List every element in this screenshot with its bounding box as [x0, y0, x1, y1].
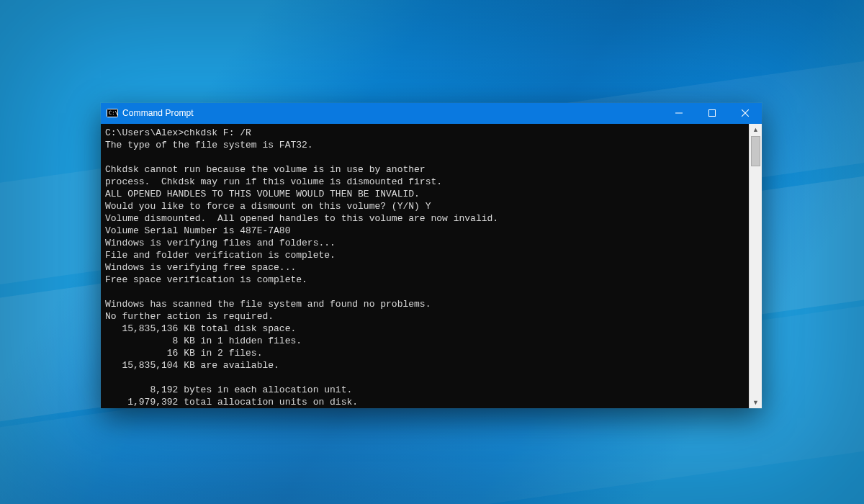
terminal-line: Volume dismounted. All opened handles to…: [105, 212, 744, 225]
close-icon: [742, 109, 749, 117]
terminal-line: File and folder verification is complete…: [105, 249, 744, 261]
svg-text:C:\: C:\: [109, 110, 118, 116]
window-client-area: C:\Users\Alex>chkdsk F: /RThe type of th…: [101, 124, 762, 408]
terminal-line: [105, 286, 744, 298]
command-prompt-window: C:\ Command Prompt: [101, 103, 762, 408]
terminal-line: C:\Users\Alex>chkdsk F: /R: [105, 127, 744, 139]
scrollbar-track[interactable]: [750, 136, 762, 396]
terminal-line: 1,979,392 total allocation units on disk…: [105, 396, 744, 408]
scrollbar-thumb[interactable]: [751, 136, 760, 166]
terminal-line: Chkdsk cannot run because the volume is …: [105, 163, 744, 176]
terminal-line: Would you like to force a dismount on th…: [105, 200, 744, 212]
terminal-line: process. Chkdsk may run if this volume i…: [105, 176, 744, 188]
command-prompt-icon: C:\: [107, 107, 118, 119]
terminal-line: The type of the file system is FAT32.: [105, 139, 744, 151]
terminal-line: Windows is verifying free space...: [105, 261, 744, 274]
terminal-line: 15,835,136 KB total disk space.: [105, 323, 744, 335]
close-button[interactable]: [729, 103, 762, 124]
terminal-line: Windows is verifying files and folders..…: [105, 237, 744, 249]
terminal-output[interactable]: C:\Users\Alex>chkdsk F: /RThe type of th…: [101, 124, 749, 408]
terminal-line: ALL OPENED HANDLES TO THIS VOLUME WOULD …: [105, 188, 744, 200]
terminal-line: Volume Serial Number is 487E-7A80: [105, 225, 744, 237]
terminal-line: 15,835,104 KB are available.: [105, 359, 744, 372]
desktop-background: C:\ Command Prompt: [0, 0, 864, 504]
terminal-line: Free space verification is complete.: [105, 274, 744, 286]
scroll-up-button[interactable]: ▲: [750, 124, 762, 136]
minimize-button[interactable]: [662, 103, 696, 124]
window-title: Command Prompt: [122, 108, 194, 118]
terminal-line: 8,192 bytes in each allocation unit.: [105, 384, 744, 396]
terminal-line: [105, 151, 744, 163]
svg-rect-2: [675, 113, 683, 114]
terminal-line: No further action is required.: [105, 310, 744, 323]
terminal-line: [105, 372, 744, 384]
chevron-down-icon: ▼: [752, 399, 759, 406]
maximize-button[interactable]: [696, 103, 729, 124]
chevron-up-icon: ▲: [752, 126, 759, 133]
vertical-scrollbar[interactable]: ▲ ▼: [749, 124, 762, 408]
terminal-line: 8 KB in 1 hidden files.: [105, 335, 744, 347]
titlebar[interactable]: C:\ Command Prompt: [101, 103, 762, 124]
minimize-icon: [675, 109, 683, 117]
window-controls: [662, 103, 762, 124]
maximize-icon: [708, 109, 716, 117]
scroll-down-button[interactable]: ▼: [750, 396, 762, 408]
svg-rect-3: [709, 110, 716, 117]
terminal-line: 16 KB in 2 files.: [105, 347, 744, 359]
terminal-line: Windows has scanned the file system and …: [105, 298, 744, 310]
